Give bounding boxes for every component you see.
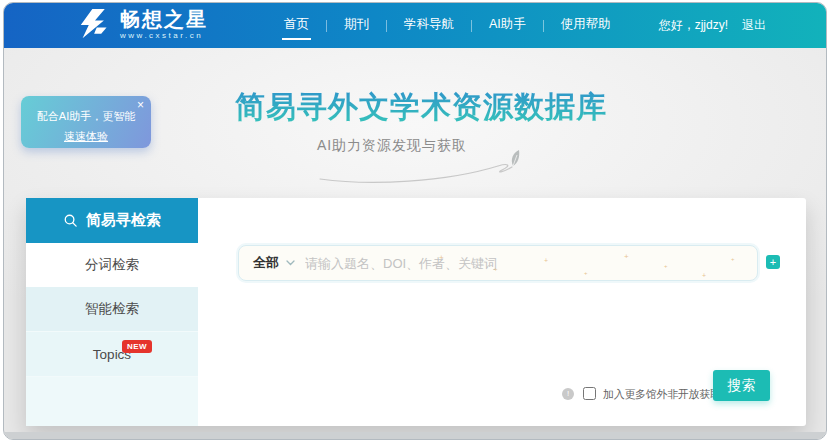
sidebar-header-label: 简易寻检索	[86, 211, 161, 230]
nav-item-subjects[interactable]: 学科导航	[402, 12, 456, 39]
search-panel: 简易寻检索 分词检索 智能检索 Topics NEW 全部 +	[26, 198, 806, 426]
user-area: 您好，zjjdzy! 退出	[659, 3, 766, 48]
new-badge: NEW	[122, 340, 152, 353]
search-icon	[63, 213, 78, 228]
page: 畅想之星 www.cxstar.cn 首页 期刊 学科导航 AI助手 使用帮助 …	[3, 2, 827, 440]
nav-item-ai-assistant[interactable]: AI助手	[487, 12, 528, 39]
open-access-checkbox[interactable]	[583, 387, 596, 400]
bottom-edge-strip	[4, 432, 826, 439]
sidebar-item-topics[interactable]: Topics NEW	[26, 332, 198, 377]
scope-dropdown[interactable]: 全部	[239, 254, 305, 272]
info-icon[interactable]: !	[562, 388, 574, 400]
nav-item-home[interactable]: 首页	[282, 12, 311, 40]
logo-icon	[77, 8, 113, 40]
sidebar-header-simple-search[interactable]: 简易寻检索	[26, 198, 198, 243]
top-navbar: 畅想之星 www.cxstar.cn 首页 期刊 学科导航 AI助手 使用帮助 …	[4, 3, 826, 48]
scope-selected-value: 全部	[253, 254, 279, 272]
logout-link[interactable]: 退出	[742, 17, 766, 34]
sidebar-item-segmented-search[interactable]: 分词检索	[26, 243, 198, 287]
pen-swoosh-decoration	[316, 149, 531, 185]
main-nav: 首页 期刊 学科导航 AI助手 使用帮助	[282, 3, 613, 48]
nav-divider	[326, 20, 327, 32]
chevron-down-icon	[286, 260, 295, 266]
open-access-label[interactable]: 加入更多馆外非开放获取	[603, 387, 721, 402]
site-url: www.cxstar.cn	[120, 32, 208, 40]
nav-divider	[386, 20, 387, 32]
site-logo[interactable]: 畅想之星 www.cxstar.cn	[77, 8, 208, 40]
sidebar-item-label: 智能检索	[85, 300, 139, 318]
sidebar-item-smart-search[interactable]: 智能检索	[26, 287, 198, 332]
site-name: 畅想之星	[120, 9, 208, 29]
sidebar-item-label: 分词检索	[85, 256, 139, 274]
add-search-row-button[interactable]: +	[766, 255, 780, 269]
search-input[interactable]	[305, 246, 757, 280]
user-greeting: 您好，zjjdzy!	[659, 17, 728, 34]
nav-divider	[543, 20, 544, 32]
search-bar: 全部 + + + + + + + +	[238, 245, 758, 281]
nav-item-journals[interactable]: 期刊	[342, 12, 371, 39]
nav-item-help[interactable]: 使用帮助	[559, 12, 613, 39]
search-submit-button[interactable]: 搜索	[713, 370, 770, 401]
page-title: 简易寻外文学术资源数据库	[10, 87, 827, 128]
search-options-row: ! 加入更多馆外非开放获取 搜索	[26, 383, 806, 407]
nav-divider	[471, 20, 472, 32]
